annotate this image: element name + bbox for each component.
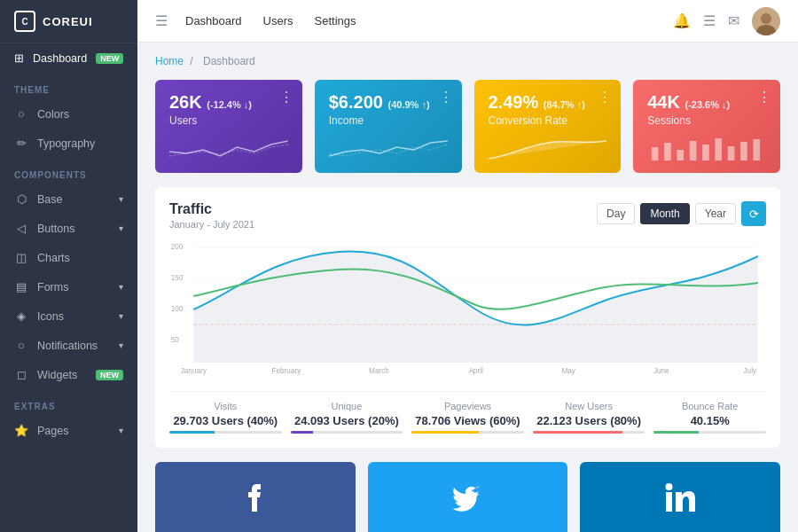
breadcrumb-home[interactable]: Home [155, 55, 184, 67]
sidebar-item-widgets[interactable]: ◻ Widgets NEW [0, 360, 137, 389]
linkedin-header [580, 462, 780, 532]
svg-text:50: 50 [171, 335, 179, 344]
svg-text:June: June [653, 366, 669, 375]
charts-icon: ◫ [14, 251, 28, 264]
card-menu-conversion[interactable]: ⋮ [598, 89, 612, 106]
base-label: Base [37, 193, 63, 206]
logo-text: COREUI [43, 15, 93, 28]
card-menu-users[interactable]: ⋮ [279, 89, 293, 106]
hamburger-button[interactable]: ☰ [155, 12, 168, 29]
typography-label: Typography [37, 137, 95, 150]
linkedin-icon [662, 480, 698, 515]
chevron-down-icon-5: ▾ [119, 340, 123, 350]
pageviews-label: Pageviews [411, 401, 524, 411]
dashboard-badge: NEW [96, 53, 123, 64]
widgets-label: Widgets [37, 369, 77, 381]
svg-rect-8 [716, 138, 723, 160]
topbar-nav: Dashboard Users Settings [176, 11, 365, 31]
svg-text:January: January [181, 366, 207, 375]
buttons-icon: ◁ [14, 222, 28, 235]
svg-point-29 [666, 483, 673, 490]
svg-rect-10 [740, 142, 747, 160]
sidebar-item-charts[interactable]: ◫ Charts [0, 243, 137, 272]
traffic-refresh-button[interactable]: ⟳ [741, 201, 766, 226]
stat-card-income: ⋮ $6.200 (40.9% ↑) Income [315, 80, 462, 173]
charts-label: Charts [37, 252, 70, 264]
chevron-down-icon-3: ▾ [119, 282, 123, 292]
pages-label: Pages [37, 425, 68, 437]
stat-card-sessions: ⋮ 44K (-23.6% ↓) Sessions [633, 80, 780, 173]
traffic-btn-month[interactable]: Month [640, 203, 689, 224]
topbar-nav-settings[interactable]: Settings [306, 11, 365, 31]
unique-value: 24.093 Users (20%) [291, 414, 403, 427]
newusers-label: New Users [533, 401, 645, 411]
chevron-down-icon-6: ▾ [119, 426, 123, 435]
notifications-label: Notifications [37, 340, 98, 352]
base-icon: ⬡ [14, 192, 28, 206]
card-menu-sessions[interactable]: ⋮ [757, 89, 771, 106]
income-value: $6.200 (40.9% ↑) [329, 92, 448, 113]
topbar-icons: 🔔 ☰ ✉ [673, 7, 780, 35]
users-change: (-12.4% ↓) [207, 99, 252, 110]
logo-icon: C [14, 11, 35, 32]
svg-rect-11 [754, 139, 761, 160]
newusers-value: 22.123 Users (80%) [533, 414, 645, 427]
topbar-nav-users[interactable]: Users [254, 11, 302, 31]
traffic-stat-unique: Unique 24.093 Users (20%) [291, 401, 403, 434]
social-card-twitter: 973k Followers 1.792 Tweets [368, 462, 568, 532]
typography-icon: ✏ [14, 137, 28, 150]
sidebar-item-forms[interactable]: ▤ Forms ▾ [0, 272, 137, 301]
conversion-label: Conversion Rate [489, 114, 607, 127]
traffic-section: Traffic January - July 2021 Day Month Ye… [155, 187, 780, 448]
buttons-label: Buttons [37, 223, 74, 235]
avatar[interactable] [752, 7, 780, 35]
svg-rect-3 [652, 147, 659, 160]
social-card-linkedin: 500+ Contacts 292 Feeds [580, 462, 780, 532]
card-menu-income[interactable]: ⋮ [439, 89, 453, 106]
main-content: ☰ Dashboard Users Settings 🔔 ☰ ✉ Home / … [137, 0, 798, 532]
svg-text:March: March [369, 366, 389, 375]
svg-text:February: February [272, 366, 301, 375]
users-chart [169, 134, 288, 160]
sidebar-item-icons[interactable]: ◈ Icons ▾ [0, 301, 137, 331]
icons-icon: ◈ [14, 309, 28, 323]
dashboard-icon: ⊞ [14, 51, 24, 65]
svg-rect-28 [666, 492, 672, 512]
traffic-header: Traffic January - July 2021 Day Month Ye… [169, 201, 766, 230]
sessions-chart [647, 134, 766, 160]
mail-icon[interactable]: ✉ [728, 12, 739, 29]
list-icon[interactable]: ☰ [703, 12, 716, 29]
svg-text:April: April [468, 366, 482, 375]
traffic-chart: 200 150 100 50 [169, 239, 766, 380]
traffic-btn-year[interactable]: Year [695, 203, 736, 224]
unique-label: Unique [291, 401, 403, 411]
sidebar-item-buttons[interactable]: ◁ Buttons ▾ [0, 214, 137, 243]
income-change: (40.9% ↑) [387, 99, 429, 110]
svg-rect-5 [677, 150, 685, 160]
svg-rect-6 [690, 141, 697, 160]
components-section-label: COMPONENTS [0, 158, 137, 184]
sidebar-item-dashboard[interactable]: ⊞ Dashboard NEW [0, 43, 137, 73]
topbar-nav-dashboard[interactable]: Dashboard [176, 11, 251, 31]
sidebar-item-typography[interactable]: ✏ Typography [0, 129, 137, 158]
sidebar-item-base[interactable]: ⬡ Base ▾ [0, 184, 137, 214]
conversion-chart [489, 134, 607, 160]
bounce-bar [653, 431, 766, 434]
sidebar-item-colors[interactable]: ○ Colors [0, 99, 137, 129]
traffic-btn-day[interactable]: Day [597, 203, 635, 224]
facebook-icon [238, 480, 273, 515]
unique-bar [291, 431, 403, 434]
traffic-controls: Day Month Year ⟳ [597, 201, 766, 226]
sessions-label: Sessions [647, 114, 766, 127]
extras-section-label: EXTRAS [0, 389, 137, 416]
pageviews-bar [411, 431, 524, 434]
sidebar-item-pages[interactable]: ⭐ Pages ▾ [0, 416, 137, 445]
twitter-header [368, 462, 568, 532]
forms-label: Forms [37, 281, 68, 293]
visits-bar [169, 431, 282, 434]
users-label: Users [169, 114, 288, 127]
content-area: Home / Dashboard ⋮ 26K (-12.4% ↓) Users [137, 43, 798, 532]
bell-icon[interactable]: 🔔 [673, 12, 691, 29]
sidebar-item-notifications[interactable]: ○ Notifications ▾ [0, 331, 137, 360]
newusers-bar [533, 431, 645, 434]
